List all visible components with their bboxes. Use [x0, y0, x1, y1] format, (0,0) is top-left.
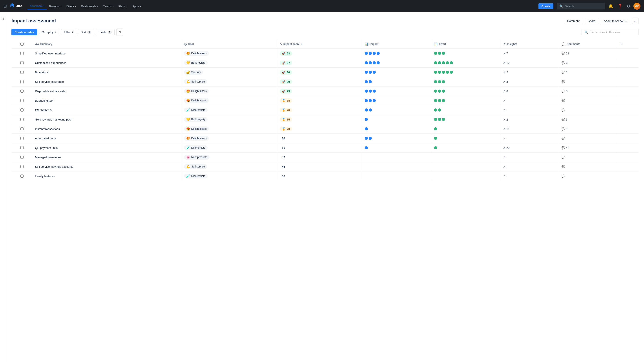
table-row[interactable]: Automated tasks 😍 Delight users 56↗💬: [12, 134, 639, 143]
row-insights[interactable]: ↗ 6: [500, 86, 559, 96]
row-checkbox[interactable]: [20, 146, 24, 149]
about-view-button[interactable]: About this view ☰: [601, 18, 630, 24]
row-comments[interactable]: 💬 3: [559, 115, 618, 124]
refresh-button[interactable]: ↻: [116, 28, 123, 36]
help-button[interactable]: ❓: [616, 2, 624, 10]
row-checkbox[interactable]: [20, 61, 24, 64]
add-column-button[interactable]: +: [620, 42, 622, 46]
row-impact-score[interactable]: 🚀 98: [277, 49, 362, 58]
row-goal[interactable]: 💛 Build loyalty: [181, 115, 277, 124]
row-summary[interactable]: Biometrics: [32, 68, 181, 77]
row-effort[interactable]: [431, 96, 500, 105]
row-insights[interactable]: ↗: [500, 105, 559, 115]
row-insights[interactable]: ↗: [500, 153, 559, 162]
row-summary[interactable]: Customised experiences: [32, 58, 181, 68]
sort-button[interactable]: Sort 1: [78, 29, 94, 35]
row-impact-score[interactable]: 🚀 80: [277, 68, 362, 77]
settings-button[interactable]: ⚙: [626, 2, 632, 10]
table-row[interactable]: Instant transactions 😍 Delight users 🏅 7…: [12, 124, 639, 134]
sidebar-toggle[interactable]: ❯: [0, 12, 7, 362]
row-impact[interactable]: [362, 105, 431, 115]
row-insights[interactable]: ↗ 11: [500, 124, 559, 134]
row-checkbox[interactable]: [20, 175, 24, 178]
row-insights[interactable]: ↗: [500, 96, 559, 105]
th-summary[interactable]: Aa Summary: [32, 39, 181, 49]
filter-button[interactable]: Filter +: [61, 29, 76, 35]
row-checkbox[interactable]: [20, 52, 24, 55]
select-all-checkbox[interactable]: [20, 43, 24, 46]
table-row[interactable]: Biometrics 🔐 Security 🚀 80 ↗ 2💬 1: [12, 68, 639, 77]
search-input[interactable]: [565, 4, 603, 8]
th-impact[interactable]: 📊 Impact: [362, 39, 431, 49]
row-insights[interactable]: ↗ 2: [500, 115, 559, 124]
row-checkbox[interactable]: [20, 165, 24, 168]
row-checkbox[interactable]: [20, 108, 24, 112]
row-effort[interactable]: [431, 162, 500, 172]
row-checkbox[interactable]: [20, 99, 24, 102]
row-summary[interactable]: QR payment links: [32, 143, 181, 153]
row-effort[interactable]: [431, 153, 500, 162]
th-impact-score[interactable]: fx Impact score ↓: [277, 39, 362, 49]
row-effort[interactable]: [431, 134, 500, 143]
row-goal[interactable]: 🔐 Security: [181, 68, 277, 77]
row-impact[interactable]: [362, 143, 431, 153]
row-impact[interactable]: [362, 68, 431, 77]
expand-button[interactable]: ⤢: [632, 17, 639, 24]
row-impact[interactable]: [362, 77, 431, 86]
row-summary[interactable]: Self service: insurance: [32, 77, 181, 86]
row-insights[interactable]: ↗ 2: [500, 68, 559, 77]
share-button[interactable]: Share: [585, 18, 599, 24]
row-goal[interactable]: 😍 Delight users: [181, 134, 277, 143]
row-checkbox[interactable]: [20, 118, 24, 121]
row-impact-score[interactable]: 🏅 76: [277, 105, 362, 115]
row-effort[interactable]: [431, 49, 500, 58]
row-insights[interactable]: ↗: [500, 134, 559, 143]
row-impact[interactable]: [362, 134, 431, 143]
row-impact[interactable]: [362, 153, 431, 162]
row-impact-score[interactable]: 47: [277, 153, 362, 162]
row-goal[interactable]: 🧪 Differentiate: [181, 105, 277, 115]
row-impact[interactable]: [362, 172, 431, 181]
row-impact-score[interactable]: 36: [277, 172, 362, 181]
th-checkbox[interactable]: [12, 39, 32, 49]
th-add[interactable]: +: [618, 39, 639, 49]
row-comments[interactable]: 💬 1: [559, 124, 618, 134]
row-effort[interactable]: [431, 105, 500, 115]
th-insights[interactable]: ↗ Insights: [500, 39, 559, 49]
row-goal[interactable]: 😍 Delight users: [181, 124, 277, 134]
table-row[interactable]: Gold rewards marketing push 💛 Build loya…: [12, 115, 639, 124]
row-impact-score[interactable]: 🚀 79: [277, 86, 362, 96]
table-row[interactable]: Disposable virtual cards 😍 Delight users…: [12, 86, 639, 96]
row-goal[interactable]: 🌸 New products: [181, 153, 277, 162]
row-checkbox[interactable]: [20, 80, 24, 83]
row-summary[interactable]: Instant transactions: [32, 124, 181, 134]
row-insights[interactable]: ↗ 3: [500, 77, 559, 86]
row-summary[interactable]: Managed investment: [32, 153, 181, 162]
table-row[interactable]: Self service: savings accounts 💪 Self se…: [12, 162, 639, 172]
row-comments[interactable]: 💬 3: [559, 86, 618, 96]
user-avatar[interactable]: AV: [634, 3, 640, 10]
row-checkbox[interactable]: [20, 71, 24, 74]
row-summary[interactable]: Self service: savings accounts: [32, 162, 181, 172]
nav-your-work[interactable]: Your work▾: [28, 3, 46, 9]
row-comments[interactable]: 💬 21: [559, 49, 618, 58]
row-impact-score[interactable]: 55: [277, 143, 362, 153]
row-comments[interactable]: 💬 1: [559, 68, 618, 77]
table-row[interactable]: Managed investment 🌸 New products 47↗💬: [12, 153, 639, 162]
row-comments[interactable]: 💬: [559, 162, 618, 172]
sidebar-toggle-button[interactable]: ❯: [1, 16, 6, 21]
row-checkbox[interactable]: [20, 156, 24, 159]
row-goal[interactable]: 😍 Delight users: [181, 49, 277, 58]
row-effort[interactable]: [431, 86, 500, 96]
row-impact-score[interactable]: 🏅 70: [277, 124, 362, 134]
find-input[interactable]: [590, 30, 636, 34]
row-insights[interactable]: ↗ 7: [500, 49, 559, 58]
row-effort[interactable]: [431, 77, 500, 86]
comment-button[interactable]: Comment: [564, 18, 583, 24]
table-row[interactable]: Budgeting tool 😍 Delight users 🏅 78 ↗💬: [12, 96, 639, 105]
row-checkbox[interactable]: [20, 137, 24, 140]
row-summary[interactable]: Gold rewards marketing push: [32, 115, 181, 124]
row-comments[interactable]: 💬: [559, 96, 618, 105]
nav-dashboards[interactable]: Dashboards▾: [79, 3, 100, 9]
row-impact-score[interactable]: 🏅 75: [277, 115, 362, 124]
